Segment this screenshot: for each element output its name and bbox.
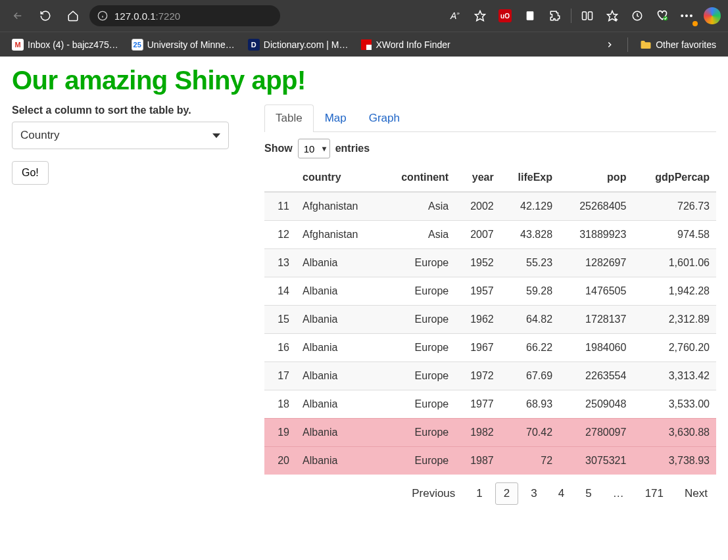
cell-year: 1967 bbox=[455, 334, 500, 362]
favorites-overflow-icon[interactable] bbox=[598, 34, 621, 56]
cell-pop: 2780097 bbox=[559, 419, 633, 447]
cell-gdp: 3,630.88 bbox=[633, 419, 716, 447]
table-row[interactable]: 13AlbaniaEurope195255.2312826971,601.06 bbox=[264, 249, 716, 277]
favorite-label: University of Minne… bbox=[147, 39, 235, 50]
favorite-xword[interactable]: XWord Info Finder bbox=[356, 37, 455, 53]
cell-pop: 1476505 bbox=[559, 277, 633, 306]
favorite-dictionary[interactable]: D Dictionary.com | M… bbox=[243, 36, 354, 53]
calendar-icon: 25 bbox=[132, 39, 143, 51]
tab-graph[interactable]: Graph bbox=[358, 105, 411, 131]
entries-control: Show 10 ▾ entries bbox=[264, 139, 716, 158]
ublock-icon[interactable]: uO bbox=[496, 7, 514, 25]
cell-year: 1977 bbox=[455, 390, 500, 419]
refresh-button[interactable] bbox=[34, 5, 57, 27]
other-favorites[interactable]: Other favorites bbox=[635, 37, 721, 53]
table-row[interactable]: 16AlbaniaEurope196766.2219840602,760.20 bbox=[264, 334, 716, 362]
table-row[interactable]: 20AlbaniaEurope19877230753213,738.93 bbox=[264, 447, 716, 475]
cell-country: Albania bbox=[296, 447, 381, 475]
cell-year: 1962 bbox=[455, 306, 500, 334]
cell-gdp: 3,738.93 bbox=[633, 447, 716, 475]
table-row[interactable]: 12AfghanistanAsia200743.82831889923974.5… bbox=[264, 221, 716, 249]
more-icon[interactable]: ••• bbox=[678, 7, 696, 25]
cell-lifeExp: 70.42 bbox=[500, 419, 559, 447]
page-previous[interactable]: Previous bbox=[403, 482, 464, 505]
table-row[interactable]: 19AlbaniaEurope198270.4227800973,630.88 bbox=[264, 419, 716, 447]
split-screen-icon[interactable] bbox=[578, 7, 596, 25]
page-3[interactable]: 3 bbox=[522, 482, 545, 505]
gmail-icon: M bbox=[12, 39, 24, 51]
cell-country: Albania bbox=[296, 277, 381, 306]
copilot-icon[interactable] bbox=[703, 7, 721, 25]
cell-year: 1972 bbox=[455, 362, 500, 390]
table-row[interactable]: 14AlbaniaEurope195759.2814765051,942.28 bbox=[264, 277, 716, 306]
read-aloud-icon[interactable]: A» bbox=[446, 7, 464, 25]
cell-pop: 2509048 bbox=[559, 390, 633, 419]
cell-lifeExp: 55.23 bbox=[500, 249, 559, 277]
table-row[interactable]: 11AfghanistanAsia200242.12925268405726.7… bbox=[264, 192, 716, 221]
cell-idx: 17 bbox=[264, 362, 296, 390]
app-content: Our amazing Shiny app! Select a column t… bbox=[0, 57, 728, 514]
cell-pop: 31889923 bbox=[559, 221, 633, 249]
cell-continent: Europe bbox=[381, 447, 455, 475]
cell-country: Albania bbox=[296, 419, 381, 447]
col-year[interactable]: year bbox=[455, 164, 500, 192]
home-button[interactable] bbox=[62, 5, 84, 27]
favorite-label: Inbox (4) - bajcz475… bbox=[28, 39, 118, 50]
table-row[interactable]: 17AlbaniaEurope197267.6922635543,313.42 bbox=[264, 362, 716, 390]
other-favorites-label: Other favorites bbox=[656, 39, 716, 50]
back-button[interactable] bbox=[7, 5, 29, 27]
page-next[interactable]: Next bbox=[676, 482, 716, 505]
cell-idx: 18 bbox=[264, 390, 296, 419]
table-header-row: country continent year lifeExp pop gdpPe… bbox=[264, 164, 716, 192]
go-button[interactable]: Go! bbox=[12, 161, 49, 185]
col-country[interactable]: country bbox=[296, 164, 381, 192]
chevron-down-icon bbox=[212, 133, 220, 138]
page-5[interactable]: 5 bbox=[577, 482, 600, 505]
extensions-icon[interactable] bbox=[546, 7, 564, 25]
table-row[interactable]: 18AlbaniaEurope197768.9325090483,533.00 bbox=[264, 390, 716, 419]
page-171[interactable]: 171 bbox=[637, 482, 672, 505]
favorite-star-icon[interactable] bbox=[471, 7, 489, 25]
cell-year: 1982 bbox=[455, 419, 500, 447]
folder-icon bbox=[640, 39, 652, 50]
cell-country: Albania bbox=[296, 334, 381, 362]
tab-map[interactable]: Map bbox=[314, 105, 358, 131]
favorites-icon[interactable] bbox=[603, 7, 621, 25]
tab-table[interactable]: Table bbox=[264, 105, 314, 132]
cell-country: Albania bbox=[296, 362, 381, 390]
cell-continent: Europe bbox=[381, 390, 455, 419]
cell-idx: 13 bbox=[264, 249, 296, 277]
health-icon[interactable] bbox=[653, 7, 671, 25]
column-select[interactable]: Country bbox=[12, 122, 229, 149]
cell-idx: 11 bbox=[264, 192, 296, 221]
cell-continent: Asia bbox=[381, 221, 455, 249]
col-lifeexp[interactable]: lifeExp bbox=[500, 164, 559, 192]
page-2[interactable]: 2 bbox=[495, 482, 518, 505]
cell-gdp: 1,942.28 bbox=[633, 277, 716, 306]
col-pop[interactable]: pop bbox=[559, 164, 633, 192]
favorite-gmail[interactable]: M Inbox (4) - bajcz475… bbox=[7, 36, 124, 53]
entries-select[interactable]: 10 bbox=[298, 139, 330, 158]
col-index[interactable] bbox=[264, 164, 296, 192]
page-icon[interactable] bbox=[521, 7, 539, 25]
table-row[interactable]: 15AlbaniaEurope196264.8217281372,312.89 bbox=[264, 306, 716, 334]
cell-continent: Europe bbox=[381, 334, 455, 362]
cell-country: Afghanistan bbox=[296, 192, 381, 221]
cell-continent: Europe bbox=[381, 362, 455, 390]
page-1[interactable]: 1 bbox=[468, 482, 491, 505]
page-4[interactable]: 4 bbox=[550, 482, 573, 505]
history-icon[interactable] bbox=[628, 7, 646, 25]
col-continent[interactable]: continent bbox=[381, 164, 455, 192]
cell-continent: Asia bbox=[381, 192, 455, 221]
favorite-umn[interactable]: 25 University of Minne… bbox=[126, 36, 240, 53]
cell-gdp: 726.73 bbox=[633, 192, 716, 221]
cell-lifeExp: 64.82 bbox=[500, 306, 559, 334]
svg-marker-3 bbox=[475, 11, 485, 21]
cell-lifeExp: 43.828 bbox=[500, 221, 559, 249]
cell-country: Albania bbox=[296, 306, 381, 334]
address-bar[interactable]: 127.0.0.1:7220 bbox=[89, 5, 280, 26]
cell-gdp: 3,313.42 bbox=[633, 362, 716, 390]
col-gdp[interactable]: gdpPercap bbox=[633, 164, 716, 192]
url-text: 127.0.0.1:7220 bbox=[114, 11, 180, 22]
favorites-bar: M Inbox (4) - bajcz475… 25 University of… bbox=[0, 32, 728, 57]
